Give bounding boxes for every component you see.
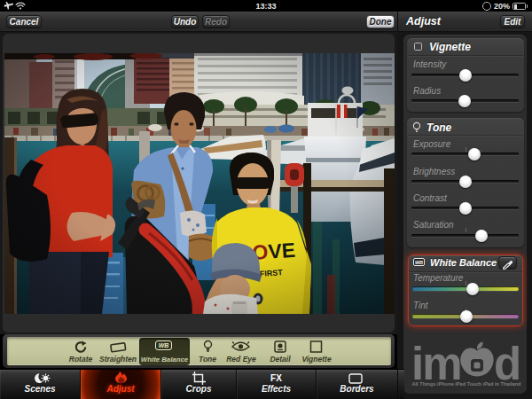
svg-text:d: d xyxy=(494,340,521,387)
svg-text:im: im xyxy=(411,340,461,387)
svg-text:All Things iPhone iPad Touch i: All Things iPhone iPad Touch iPad in Tha… xyxy=(412,381,522,387)
